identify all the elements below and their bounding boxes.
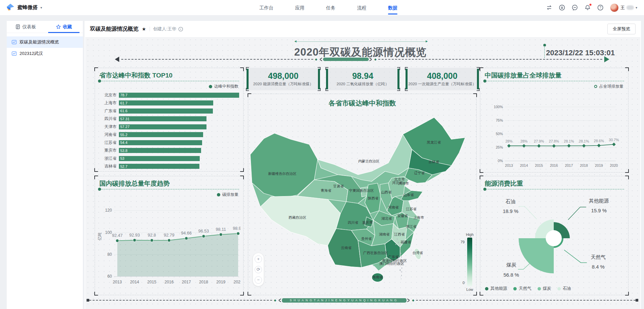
rose-pie-chart: 其他能源15.9 %天然气8.4 %煤炭56.8 %石油18.9 %: [480, 188, 628, 283]
province-label: 福建省: [400, 240, 411, 244]
legend-carbon-emission[interactable]: 碳排放量: [217, 192, 238, 197]
svg-text:75%: 75%: [496, 118, 503, 122]
svg-text:2016: 2016: [165, 280, 174, 284]
svg-text:2019: 2019: [216, 280, 225, 284]
tab-favorites[interactable]: 收藏: [45, 21, 83, 33]
help-icon[interactable]: ?: [597, 4, 604, 11]
svg-text:100: 100: [105, 230, 112, 235]
message-icon[interactable]: [572, 4, 578, 11]
pie-legend-item[interactable]: 天然气: [513, 286, 532, 291]
panel-peak-index-top10[interactable]: 省市达峰中和指数 TOP10 达峰中和指数 北京市 78.7 上海市 61.7 …: [95, 68, 244, 172]
kpi-co2-emission[interactable]: 98.94 2020 二氧化碳排放量（亿吨）: [326, 68, 399, 90]
scroll-right-icon[interactable]: [604, 56, 609, 62]
creator-label: 创建人:王华: [153, 26, 176, 32]
download-icon[interactable]: [559, 4, 565, 11]
panel-province-map[interactable]: 各省市碳达峰中和指数: [248, 94, 477, 295]
svg-text:2016: 2016: [550, 163, 558, 167]
province-label: 安徽省: [397, 214, 408, 218]
svg-text:2014: 2014: [130, 280, 139, 284]
svg-text:2015: 2015: [147, 280, 156, 284]
scrollbar-thumb[interactable]: SHUANGTANJINENGYUANQINGKUANG: [282, 298, 407, 303]
svg-text:80: 80: [107, 252, 112, 257]
favorite-star-icon[interactable]: ★: [142, 26, 146, 32]
province-label: 辽宁省: [414, 171, 425, 175]
svg-text:100%: 100%: [494, 105, 503, 109]
chevron-down-icon: ▾: [636, 6, 637, 9]
svg-text:18.9 %: 18.9 %: [503, 209, 518, 214]
chevron-down-icon: ▾: [40, 6, 42, 9]
tab-workbench[interactable]: 工作台: [249, 0, 284, 16]
fullscreen-preview-button[interactable]: 全屏预览: [607, 24, 636, 34]
province-label: 甘肃省: [333, 184, 344, 188]
svg-text:?: ?: [600, 6, 602, 9]
main-area: 双碳及能源情况概览 ★ 创建人:王华 全屏预览 ◀▶ 2020年双碳及能源情况概…: [85, 21, 641, 309]
dashboard-canvas: ◀▶ 2020年双碳及能源情况概览 2023/12/22 15:03:01 ◆<…: [85, 37, 640, 309]
bar-row: 天津市 57.27: [99, 124, 239, 129]
province-label: 云南省: [341, 246, 352, 250]
svg-text:92.8: 92.8: [148, 233, 156, 238]
svg-text:27.8%: 27.8%: [549, 139, 559, 143]
svg-text:天然气: 天然气: [591, 254, 606, 260]
bar-row: 江苏省 54.4: [99, 140, 239, 145]
sidebar-item-202312wuhan[interactable]: 202312武汉: [7, 48, 83, 59]
pie-legend-item[interactable]: 石油: [557, 286, 571, 291]
user-menu[interactable]: 王 ▾: [610, 3, 637, 12]
svg-text:30.7%: 30.7%: [609, 138, 619, 142]
province-label: 吉林省: [428, 160, 439, 164]
province-label: 湖南省: [379, 232, 390, 236]
kpi-energy-consumption[interactable]: 498,000 2020 能源消费总量（万吨标准煤）: [247, 68, 320, 90]
panel-energy-mix[interactable]: 能源消费比重 其他能源15.9 %天然气8.4 %煤炭56.8 %石油18.9 …: [480, 176, 629, 295]
tab-data[interactable]: 数据: [377, 0, 408, 16]
zoom-in-button[interactable]: +: [255, 255, 262, 263]
chart-title: 中国碳排放量占全球排放量: [485, 71, 561, 80]
pie-legend-item[interactable]: 煤炭: [538, 286, 551, 291]
province-label: 海南省: [372, 275, 383, 279]
province-label: 山东省: [403, 193, 414, 197]
scroll-left-icon[interactable]: [115, 57, 119, 62]
svg-text:28%: 28%: [505, 139, 513, 143]
swap-icon[interactable]: [546, 4, 552, 11]
province-label: 河北省: [392, 181, 403, 185]
pie-legend-item[interactable]: 其他能源: [485, 286, 507, 291]
timestamp-handle: [543, 44, 546, 47]
svg-text:92.93: 92.93: [129, 233, 140, 238]
chart-title: 省市达峰中和指数 TOP10: [99, 71, 172, 80]
user-name-blurred: [626, 5, 634, 10]
bar-row: 重庆市 53.8: [99, 148, 239, 153]
svg-text:2020: 2020: [610, 163, 618, 167]
app-name: 蜜蜂微搭: [18, 4, 38, 11]
svg-text:2017: 2017: [182, 280, 191, 284]
scrollbar-thumb[interactable]: [323, 58, 369, 61]
province-label: 西藏自治区: [289, 215, 307, 219]
tab-apps[interactable]: 应用: [284, 0, 315, 16]
tab-tasks[interactable]: 任务: [315, 0, 346, 16]
top-scrollbar: ◆< >◆: [115, 57, 609, 62]
svg-text:28%: 28%: [520, 139, 528, 143]
logo-icon: [6, 3, 15, 12]
chart-title: 能源消费比重: [485, 179, 523, 188]
kpi-label: 2020 一次能源生产总量（万吨标准煤）: [408, 82, 476, 87]
province-label: 新疆维吾尔自治区: [268, 172, 297, 176]
zoom-out-button[interactable]: −: [255, 276, 262, 284]
info-icon[interactable]: [178, 27, 183, 32]
province-label: 内蒙古自治区: [358, 159, 380, 163]
panel-domestic-trend[interactable]: 国内碳排放总量年度趋势 碳排放量 亿吨 120100806092.4720139…: [95, 176, 244, 295]
china-map: 黑龙江省吉林省辽宁省内蒙古自治区北京市天津市河北省山西省山东省河南省陕西省宁夏回…: [250, 109, 475, 292]
reset-view-button[interactable]: ⟳: [255, 266, 262, 273]
map-zoom-controls: + ⟳ −: [253, 253, 264, 286]
sidebar-item-dual-carbon[interactable]: 双碳及能源情况概览: [7, 36, 83, 48]
province-label: 山西省: [381, 190, 392, 194]
province-label: 广西壮族自治区: [363, 251, 388, 255]
tab-flows[interactable]: 流程: [346, 0, 377, 16]
line-chart: 100%75%50%25%0%28%201328%201427.9%201527…: [483, 94, 625, 171]
bar-chart: 北京市 78.7 上海市 61.7 广东省 61.6 四川省 57.31 天津市…: [99, 92, 239, 169]
panel-global-share[interactable]: 中国碳排放量占全球排放量 占全球排放量 100%75%50%25%0%28%20…: [480, 68, 629, 173]
tab-dashboards[interactable]: 仪表板: [7, 21, 45, 33]
kpi-primary-energy[interactable]: 408,000 2020 一次能源生产总量（万吨标准煤）: [406, 68, 479, 90]
sidebar: 仪表板 收藏 双碳及能源情况概览 202312武汉: [7, 21, 83, 309]
bell-icon[interactable]: [584, 4, 591, 11]
app-logo[interactable]: 蜜蜂微搭 ▾: [0, 3, 42, 12]
legend-global-share[interactable]: 占全球排放量: [594, 84, 623, 89]
legend-peak-index[interactable]: 达峰中和指数: [209, 84, 238, 89]
kpi-label: 2020 能源消费总量（万吨标准煤）: [253, 82, 313, 87]
